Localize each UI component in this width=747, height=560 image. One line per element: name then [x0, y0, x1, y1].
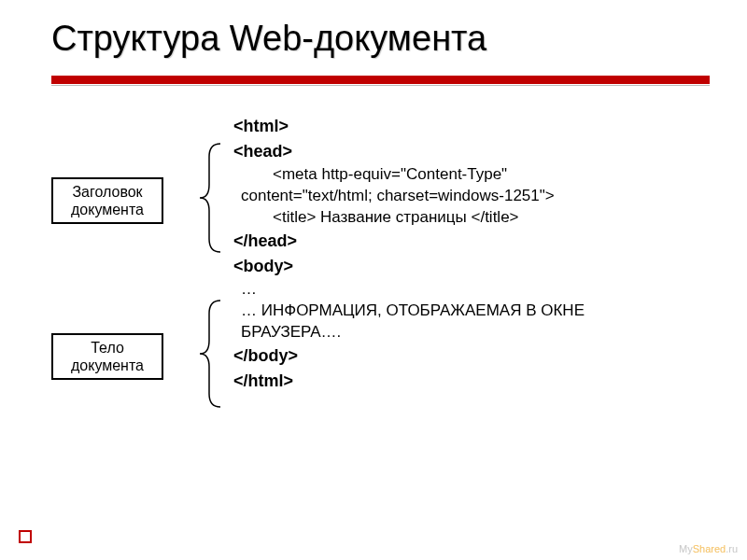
labels-column: Заголовок документа Тело документа — [51, 114, 196, 394]
code-head-open: <head> — [233, 139, 710, 164]
code-info-2: БРАУЗЕРА…. — [233, 322, 710, 343]
watermark: MyShared.ru — [679, 543, 738, 554]
watermark-p1: My — [679, 543, 693, 554]
brace-head-icon — [196, 142, 224, 254]
divider-thin — [51, 85, 710, 86]
divider-red — [51, 76, 710, 84]
brace-body-icon — [196, 299, 224, 409]
label-body: Тело документа — [51, 333, 163, 380]
code-meta-2: content="text/html; charset=windows-1251… — [233, 186, 710, 207]
code-body-close: </body> — [233, 343, 710, 369]
watermark-p3: .ru — [726, 543, 738, 554]
code-html-open: <html> — [233, 114, 710, 139]
code-head-close: </head> — [233, 229, 710, 254]
slide-title: Структура Web-документа — [51, 19, 710, 59]
code-info-1: … ИНФОРМАЦИЯ, ОТОБРАЖАЕМАЯ В ОКНЕ — [233, 301, 710, 322]
code-column: <html> <head> <meta http-equiv="Content-… — [233, 114, 710, 394]
body-area: Заголовок документа Тело документа <html… — [51, 114, 710, 394]
code-dots: … — [233, 279, 710, 301]
watermark-p2: Shared — [693, 543, 726, 554]
code-title: <title> Название страницы </title> — [233, 207, 710, 229]
label-head: Заголовок документа — [51, 177, 163, 224]
brace-column — [196, 114, 233, 394]
code-meta-1: <meta http-equiv="Content-Type" — [233, 164, 710, 186]
slide: Структура Web-документа Заголовок докуме… — [0, 0, 747, 560]
square-icon — [19, 530, 32, 543]
code-body-open: <body> — [233, 254, 710, 279]
code-html-close: </html> — [233, 369, 710, 394]
